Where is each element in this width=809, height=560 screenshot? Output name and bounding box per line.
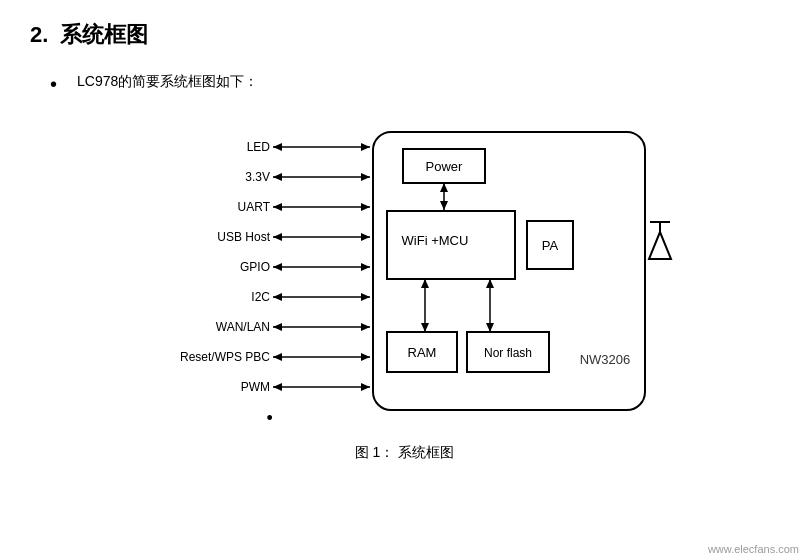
svg-marker-27 — [273, 143, 282, 151]
svg-marker-42 — [361, 263, 370, 271]
svg-text:Reset/WPS PBC: Reset/WPS PBC — [179, 350, 269, 364]
svg-marker-59 — [273, 383, 282, 391]
svg-marker-35 — [273, 203, 282, 211]
svg-marker-55 — [273, 353, 282, 361]
svg-text:WiFi +MCU: WiFi +MCU — [401, 233, 468, 248]
watermark: www.elecfans.com — [708, 543, 799, 555]
svg-marker-58 — [361, 383, 370, 391]
section-title: 2. 系统框图 — [30, 20, 779, 50]
svg-marker-51 — [273, 323, 282, 331]
bottom-bullet: • — [267, 408, 273, 429]
svg-marker-31 — [273, 173, 282, 181]
svg-text:USB Host: USB Host — [217, 230, 270, 244]
svg-marker-54 — [361, 353, 370, 361]
svg-marker-39 — [273, 233, 282, 241]
svg-text:UART: UART — [237, 200, 270, 214]
svg-text:PWM: PWM — [240, 380, 269, 394]
svg-text:GPIO: GPIO — [239, 260, 269, 274]
svg-marker-47 — [273, 293, 282, 301]
svg-marker-26 — [361, 143, 370, 151]
bullet-dot: • — [50, 70, 57, 98]
svg-marker-21 — [649, 232, 671, 259]
svg-text:Nor flash: Nor flash — [483, 346, 531, 360]
svg-marker-34 — [361, 203, 370, 211]
bullet-item: • LC978的简要系统框图如下： — [50, 70, 779, 98]
svg-text:NW3206: NW3206 — [579, 352, 630, 367]
diagram: Power WiFi +MCU PA RAM Nor fl — [115, 114, 695, 434]
svg-text:Power: Power — [425, 159, 463, 174]
svg-text:WAN/LAN: WAN/LAN — [215, 320, 269, 334]
svg-marker-43 — [273, 263, 282, 271]
diagram-container: Power WiFi +MCU PA RAM Nor fl — [30, 114, 779, 434]
svg-text:PA: PA — [541, 238, 558, 253]
section-heading: 系统框图 — [60, 20, 148, 50]
svg-text:RAM: RAM — [407, 345, 436, 360]
svg-marker-38 — [361, 233, 370, 241]
svg-text:LED: LED — [246, 140, 270, 154]
svg-text:3.3V: 3.3V — [245, 170, 270, 184]
svg-marker-30 — [361, 173, 370, 181]
figure-caption: 图 1： 系统框图 — [30, 444, 779, 462]
svg-marker-50 — [361, 323, 370, 331]
bullet-text: LC978的简要系统框图如下： — [77, 70, 258, 92]
diagram-svg: Power WiFi +MCU PA RAM Nor fl — [115, 114, 695, 434]
section-number: 2. — [30, 22, 48, 48]
svg-marker-46 — [361, 293, 370, 301]
svg-text:I2C: I2C — [251, 290, 270, 304]
